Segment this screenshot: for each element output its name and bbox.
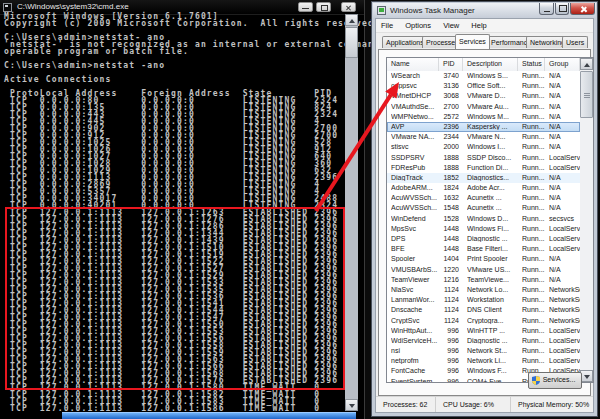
service-cell: VMUSBArbS... [391,266,439,273]
service-cell: Runn... [522,92,546,99]
column-header-name[interactable]: Name [387,58,439,71]
column-header-status[interactable]: Status [518,58,545,71]
service-cell: Network Li... [467,357,517,364]
service-cell: 1220 [439,266,459,273]
scrollbar-thumb[interactable] [580,71,593,118]
close-icon[interactable] [341,2,356,12]
service-row[interactable]: SSDPSRV1888SSDP Disco...Runn...LocalServ… [387,153,580,163]
service-row[interactable]: AdobeARM...1824Adobe Acr...Runn...N/A [387,183,580,193]
service-row[interactable]: NlaSvc1124Network Lo...Runn...NetworkSe.… [387,285,580,295]
service-cell: LanmanWor... [391,296,439,303]
service-cell: 1124 [439,317,459,324]
service-row[interactable]: VMAuthdSe...2700VMware Au...Runn...N/A [387,102,580,112]
service-row[interactable]: WinDefend1528Windows D...Runn...secsvcs [387,214,580,224]
service-row[interactable]: Dnscache1124DNS ClientRunn...NetworkSe..… [387,305,580,315]
menu-view[interactable]: View [438,19,464,30]
service-cell: 1448 [439,225,459,232]
service-row[interactable]: Spooler1404Print SpoolerRunn...N/A [387,254,580,264]
service-cell: COM+ Eve... [467,378,517,383]
service-cell: Runn... [522,327,546,334]
service-cell: 996 [439,357,459,364]
service-row[interactable]: WinHttpAut...996WinHTTP ...Runn...LocalS… [387,326,580,336]
scrollbar-thumb[interactable] [345,27,358,58]
scroll-down-icon[interactable] [345,399,358,411]
service-cell: Runn... [522,72,546,79]
service-row[interactable]: AVP2396Kaspersky ...Runn...N/A [387,122,580,132]
service-cell: VMAuthdSe... [391,103,439,110]
service-row[interactable]: WMPNetwo...2572Windows M...Runn...N/A [387,112,580,122]
menu-help[interactable]: Help [466,19,491,30]
service-cell: Runn... [522,276,546,283]
service-row[interactable]: DPS1448Diagnostic ...Runn...LocalServic.… [387,234,580,244]
cmd-window-title: C:\Windows\system32\cmd.exe [17,2,129,11]
service-cell: VMnetDHCP [391,92,439,99]
service-row[interactable]: CryptSvc1124Cryptogra...Runn...NetworkSe… [387,316,580,326]
service-cell: 996 [439,378,459,383]
tab-services[interactable]: Services [455,34,490,49]
service-cell: 2000 [439,143,459,150]
service-cell: LocalServic... [549,245,580,252]
service-cell: 3136 [439,82,459,89]
tab-applications[interactable]: Applications [382,36,428,48]
service-cell: N/A [549,194,580,201]
menu-options[interactable]: Options [400,19,436,30]
column-header-group[interactable]: Group [545,58,580,71]
services-vertical-scrollbar[interactable] [580,58,593,382]
service-row[interactable]: AcuWVSSch...1632Acunetix ...Runn...N/A [387,193,580,203]
scroll-up-icon[interactable] [580,58,593,70]
service-row[interactable]: AcuWVSSch...1548Acunetix ...Runn...N/A [387,203,580,213]
status-physical-memory: Physical Memory: 50% [511,397,593,412]
service-row[interactable]: nsi996Network St...Runn...LocalService [387,346,580,356]
service-row[interactable]: DiagTrack1852Diagnostics...Runn...N/A [387,173,580,183]
cmd-vertical-scrollbar[interactable] [345,14,358,411]
service-row[interactable]: stisvc2000Windows I...Runn...N/A [387,142,580,152]
service-cell: 1888 [439,154,459,161]
service-row[interactable]: WdiServiceH...996Diagnostic ...Runn...Lo… [387,336,580,346]
service-row[interactable]: VMnetDHCP3068VMware D...Runn...N/A [387,91,580,101]
service-cell: 2572 [439,113,459,120]
service-cell: Print Spooler [467,255,517,262]
menu-file[interactable]: File [376,19,398,30]
service-cell: Runn... [522,266,546,273]
service-cell: Runn... [522,184,546,191]
service-cell: LocalService [549,347,580,354]
service-cell: Runn... [522,133,546,140]
service-cell: Runn... [522,123,546,130]
service-cell: 1404 [439,255,459,262]
service-row[interactable]: osppsvc3136Office Soft...Runn...N/A [387,81,580,91]
service-row[interactable]: LanmanWor...1124WorkstationRunn...Networ… [387,295,580,305]
service-row[interactable]: netprofm996Network Li...Runn...LocalServ… [387,356,580,366]
service-row[interactable]: MpsSvc1448Windows Fi...Runn...LocalServi… [387,224,580,234]
maximize-button[interactable] [555,3,569,15]
service-cell: Runn... [522,215,546,222]
service-cell: AVP [391,123,439,130]
service-row[interactable]: VMware NA...2344VMware N...Runn...N/A [387,132,580,142]
task-manager-titlebar[interactable]: Windows Task Manager [373,3,596,18]
service-cell: Runn... [522,82,546,89]
service-cell: Runn... [522,164,546,171]
service-cell: WinHttpAut... [391,327,439,334]
cmd-icon [3,3,12,12]
service-cell: 1632 [439,194,459,201]
service-cell: NlaSvc [391,286,439,293]
minimize-button[interactable] [539,3,554,15]
service-row[interactable]: WSearch3740Windows S...Runn...N/A [387,71,580,81]
minimize-button[interactable] [298,2,313,12]
scroll-up-icon[interactable] [345,14,358,26]
service-cell: Spooler [391,255,439,262]
column-header-pid[interactable]: PID [439,58,463,71]
services-button[interactable]: Services... [528,372,582,389]
restore-button[interactable] [316,2,331,12]
service-row[interactable]: VMUSBArbS...1220VMware US...Runn...N/A [387,265,580,275]
close-icon[interactable] [570,3,595,15]
tab-users[interactable]: Users [562,36,588,48]
services-list-header: Name PID Description Status Group [387,58,580,71]
cmd-horizontal-scrollbar[interactable] [62,412,356,419]
service-row[interactable]: FDResPub1888Function Di...Runn...LocalSe… [387,163,580,173]
service-row[interactable]: TeamViewer1216TeamViewe...Runn...N/A [387,275,580,285]
service-cell: 1824 [439,184,459,191]
service-cell: NetworkSe... [549,286,580,293]
service-cell: NetworkSe... [549,306,580,313]
column-header-description[interactable]: Description [463,58,518,71]
service-row[interactable]: BFE1448Base Filteri...Runn...LocalServic… [387,244,580,254]
